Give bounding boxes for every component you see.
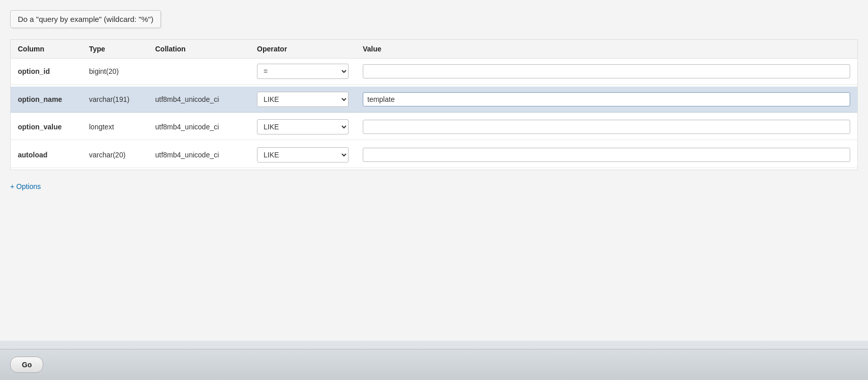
row-1-operator-cell: =!=>>=<<=LIKENOT LIKEINNOT INIS NULLIS N… — [250, 87, 356, 113]
row-2-value-cell — [356, 114, 857, 140]
row-1-value-cell — [356, 87, 857, 113]
header-operator: Operator — [250, 40, 356, 59]
query-by-example-table: Column Type Collation Operator Value opt… — [11, 40, 857, 170]
row-0-value-input[interactable] — [363, 64, 850, 78]
row-1-column: option_name — [11, 87, 82, 113]
footer-bar: Go — [0, 349, 868, 380]
row-2-collation: utf8mb4_unicode_ci — [148, 114, 250, 140]
row-1-type: varchar(191) — [82, 87, 148, 113]
row-0-type: bigint(20) — [82, 59, 148, 85]
query-example-tooltip: Do a "query by example" (wildcard: "%") — [10, 10, 161, 28]
row-1-collation: utf8mb4_unicode_ci — [148, 87, 250, 113]
row-0-column: option_id — [11, 59, 82, 85]
table-row: autoloadvarchar(20)utf8mb4_unicode_ci=!=… — [11, 142, 857, 168]
row-3-column: autoload — [11, 142, 82, 168]
row-2-operator-cell: =!=>>=<<=LIKENOT LIKEINNOT INIS NULLIS N… — [250, 114, 356, 140]
header-type: Type — [82, 40, 148, 59]
row-0-value-cell — [356, 59, 857, 85]
row-3-value-cell — [356, 142, 857, 168]
row-3-operator-cell: =!=>>=<<=LIKENOT LIKEINNOT INIS NULLIS N… — [250, 142, 356, 168]
row-1-value-input[interactable] — [363, 92, 850, 106]
table-row: option_valuelongtextutf8mb4_unicode_ci=!… — [11, 114, 857, 140]
row-2-operator-select[interactable]: =!=>>=<<=LIKENOT LIKEINNOT INIS NULLIS N… — [257, 119, 349, 134]
row-0-operator-cell: =!=>>=<<=LIKENOT LIKEINNOT INIS NULLIS N… — [250, 59, 356, 85]
row-0-collation — [148, 59, 250, 85]
header-value: Value — [356, 40, 857, 59]
options-link[interactable]: + Options — [10, 178, 41, 195]
row-2-value-input[interactable] — [363, 120, 850, 134]
row-3-operator-select[interactable]: =!=>>=<<=LIKENOT LIKEINNOT INIS NULLIS N… — [257, 147, 349, 162]
row-0-operator-select[interactable]: =!=>>=<<=LIKENOT LIKEINNOT INIS NULLIS N… — [257, 64, 349, 79]
table-row: option_namevarchar(191)utf8mb4_unicode_c… — [11, 87, 857, 113]
row-3-type: varchar(20) — [82, 142, 148, 168]
row-1-operator-select[interactable]: =!=>>=<<=LIKENOT LIKEINNOT INIS NULLIS N… — [257, 92, 349, 107]
row-3-collation: utf8mb4_unicode_ci — [148, 142, 250, 168]
row-3-value-input[interactable] — [363, 148, 850, 162]
go-button[interactable]: Go — [10, 357, 43, 373]
table-row: option_idbigint(20)=!=>>=<<=LIKENOT LIKE… — [11, 59, 857, 85]
header-column: Column — [11, 40, 82, 59]
row-2-type: longtext — [82, 114, 148, 140]
header-collation: Collation — [148, 40, 250, 59]
row-2-column: option_value — [11, 114, 82, 140]
